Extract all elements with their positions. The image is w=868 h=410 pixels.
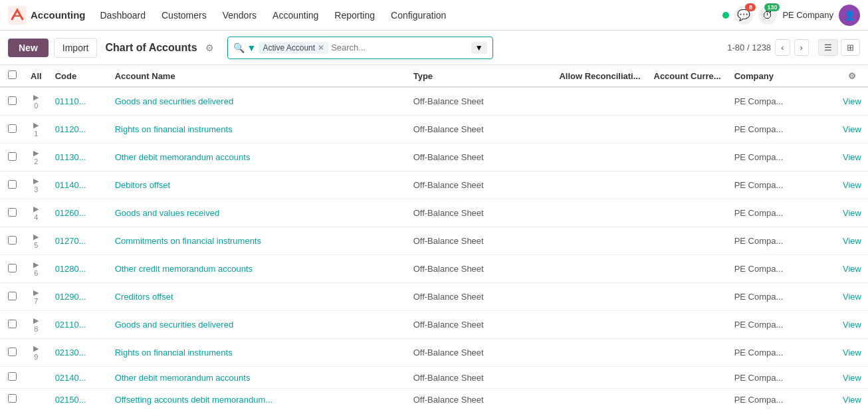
nav-configuration[interactable]: Configuration <box>384 6 453 25</box>
row-group-label[interactable] <box>24 367 49 389</box>
row-view-link[interactable]: View <box>836 339 868 367</box>
row-checkbox[interactable] <box>8 372 17 381</box>
row-account-name[interactable]: Goods and values received <box>108 199 407 227</box>
row-group-label[interactable] <box>24 389 49 411</box>
row-checkbox-cell[interactable] <box>0 389 24 411</box>
row-code[interactable]: 01270... <box>49 227 108 255</box>
row-group-label[interactable]: ▶ 3 <box>24 171 49 199</box>
company-header[interactable]: Company <box>728 65 836 87</box>
row-group-label[interactable]: ▶ 6 <box>24 255 49 283</box>
row-group-label[interactable]: ▶ 4 <box>24 199 49 227</box>
type-header[interactable]: Type <box>407 65 553 87</box>
code-header[interactable]: Code <box>49 65 108 87</box>
row-code[interactable]: 01280... <box>49 255 108 283</box>
nav-dashboard[interactable]: Dashboard <box>94 6 153 25</box>
row-checkbox-cell[interactable] <box>0 283 24 311</box>
row-code[interactable]: 02150... <box>49 389 108 411</box>
row-view-link[interactable]: View <box>836 227 868 255</box>
row-checkbox[interactable] <box>8 236 17 245</box>
nav-reporting[interactable]: Reporting <box>328 6 381 25</box>
row-checkbox-cell[interactable] <box>0 116 24 144</box>
row-checkbox[interactable] <box>8 348 17 356</box>
row-checkbox[interactable] <box>8 394 17 403</box>
row-view-link[interactable]: View <box>836 144 868 171</box>
account-currency-header[interactable]: Account Curre... <box>647 65 728 87</box>
row-account-name[interactable]: Commitments on financial instruments <box>108 227 407 255</box>
row-group-label[interactable]: ▶ 5 <box>24 227 49 255</box>
prev-page-button[interactable]: ‹ <box>775 39 790 56</box>
row-group-label[interactable]: ▶ 7 <box>24 283 49 311</box>
import-button[interactable]: Import <box>54 38 98 58</box>
row-account-name[interactable]: Other debit memorandum accounts <box>108 367 407 389</box>
row-checkbox-cell[interactable] <box>0 227 24 255</box>
row-code[interactable]: 02140... <box>49 367 108 389</box>
next-page-button[interactable]: › <box>794 39 809 56</box>
select-all-header[interactable] <box>0 65 24 87</box>
nav-vendors[interactable]: Vendors <box>216 6 263 25</box>
kanban-view-button[interactable]: ⊞ <box>841 39 860 56</box>
active-account-filter[interactable]: Active Account ✕ <box>259 42 328 54</box>
row-code[interactable]: 02130... <box>49 339 108 367</box>
list-view-button[interactable]: ☰ <box>818 39 838 56</box>
row-code[interactable]: 01130... <box>49 144 108 171</box>
row-code[interactable]: 01290... <box>49 283 108 311</box>
row-group-label[interactable]: ▶ 8 <box>24 311 49 339</box>
row-view-link[interactable]: View <box>836 311 868 339</box>
row-account-name[interactable]: Other debit memorandum accounts <box>108 144 407 171</box>
nav-accounting[interactable]: Accounting <box>266 6 325 25</box>
row-group-label[interactable]: ▶ 9 <box>24 339 49 367</box>
row-view-link[interactable]: View <box>836 87 868 116</box>
column-settings-header[interactable]: ⚙ <box>836 65 868 87</box>
row-view-link[interactable]: View <box>836 171 868 199</box>
row-group-label[interactable]: ▶ 0 <box>24 87 49 116</box>
row-checkbox-cell[interactable] <box>0 311 24 339</box>
row-checkbox-cell[interactable] <box>0 367 24 389</box>
row-checkbox-cell[interactable] <box>0 144 24 171</box>
row-account-name[interactable]: Goods and securities delivered <box>108 311 407 339</box>
row-checkbox-cell[interactable] <box>0 339 24 367</box>
row-account-name[interactable]: Debitors offset <box>108 171 407 199</box>
settings-icon[interactable]: ⚙ <box>205 43 214 53</box>
row-account-name[interactable]: Offsetting accounts debit memorandum... <box>108 389 407 411</box>
row-account-name[interactable]: Rights on financial instruments <box>108 339 407 367</box>
messages-badge[interactable]: 💬 8 <box>734 6 753 25</box>
row-checkbox-cell[interactable] <box>0 171 24 199</box>
row-view-link[interactable]: View <box>836 389 868 411</box>
row-checkbox[interactable] <box>8 292 17 300</box>
account-name-header[interactable]: Account Name <box>108 65 407 87</box>
filter-icon[interactable]: ▼ <box>247 43 257 53</box>
nav-customers[interactable]: Customers <box>155 6 213 25</box>
row-view-link[interactable]: View <box>836 255 868 283</box>
row-account-name[interactable]: Other credit memorandum accounts <box>108 255 407 283</box>
row-code[interactable]: 02110... <box>49 311 108 339</box>
row-checkbox[interactable] <box>8 180 17 189</box>
row-view-link[interactable]: View <box>836 116 868 144</box>
new-button[interactable]: New <box>8 39 49 57</box>
row-checkbox[interactable] <box>8 208 17 217</box>
row-view-link[interactable]: View <box>836 199 868 227</box>
row-account-name[interactable]: Rights on financial instruments <box>108 116 407 144</box>
filter-close-icon[interactable]: ✕ <box>318 43 324 52</box>
row-checkbox[interactable] <box>8 264 17 272</box>
row-code[interactable]: 01140... <box>49 171 108 199</box>
allow-reconciliation-header[interactable]: Allow Reconciliati... <box>552 65 647 87</box>
row-view-link[interactable]: View <box>836 367 868 389</box>
row-checkbox[interactable] <box>8 152 17 161</box>
search-input[interactable] <box>331 43 469 52</box>
row-checkbox[interactable] <box>8 320 17 328</box>
row-code[interactable]: 01120... <box>49 116 108 144</box>
select-all-checkbox[interactable] <box>8 70 17 79</box>
row-code[interactable]: 01260... <box>49 199 108 227</box>
user-avatar[interactable]: 👤 <box>839 5 860 26</box>
row-account-name[interactable]: Creditors offset <box>108 283 407 311</box>
timer-badge[interactable]: ⏱ 130 <box>758 6 777 25</box>
row-checkbox[interactable] <box>8 96 17 105</box>
row-checkbox-cell[interactable] <box>0 255 24 283</box>
search-dropdown-button[interactable]: ▼ <box>471 42 487 54</box>
row-code[interactable]: 01110... <box>49 87 108 116</box>
row-checkbox[interactable] <box>8 124 17 133</box>
row-checkbox-cell[interactable] <box>0 199 24 227</box>
row-group-label[interactable]: ▶ 2 <box>24 144 49 171</box>
row-view-link[interactable]: View <box>836 283 868 311</box>
row-checkbox-cell[interactable] <box>0 87 24 116</box>
